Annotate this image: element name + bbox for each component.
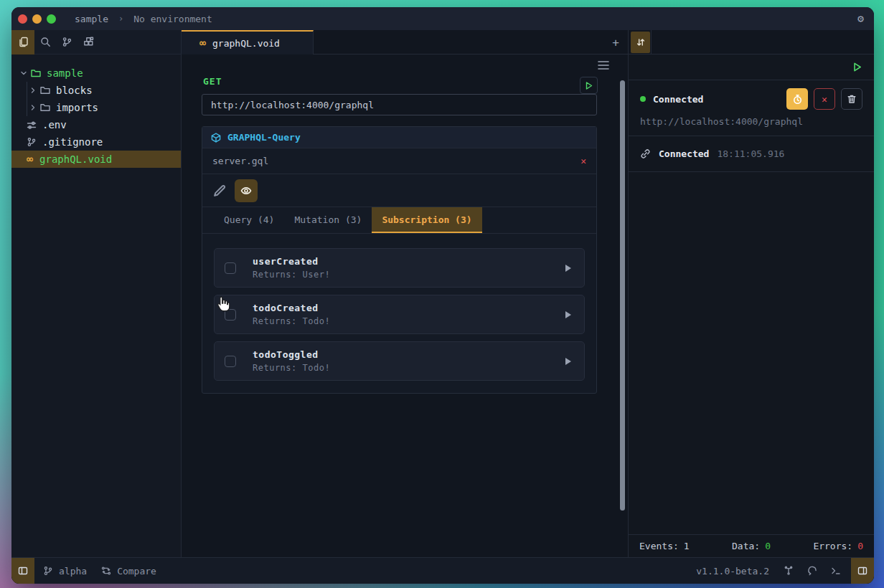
maximize-window-button[interactable] xyxy=(47,14,56,24)
play-icon xyxy=(584,81,593,90)
operation-name: todoCreated xyxy=(253,303,330,313)
chevron-right-icon xyxy=(29,87,37,94)
search-view-button[interactable] xyxy=(34,30,56,54)
tree-item-blocks[interactable]: blocks xyxy=(11,82,181,99)
connection-url: http://localhost:4000/graphql xyxy=(640,116,862,127)
checkbox[interactable] xyxy=(225,262,236,274)
trash-icon xyxy=(847,94,857,104)
event-log-row[interactable]: Connected 18:11:05.916 xyxy=(629,136,874,172)
hamburger-menu-icon[interactable] xyxy=(598,60,609,70)
checkbox[interactable] xyxy=(225,356,236,367)
environment-selector[interactable]: No environment xyxy=(133,14,212,24)
vertical-scrollbar[interactable] xyxy=(620,80,625,511)
request-editor: GET GRAPHQL-Query server.gql ✕ xyxy=(182,54,628,557)
files-icon xyxy=(18,37,29,47)
operation-returns: Returns: User! xyxy=(253,270,330,280)
project-name[interactable]: sample xyxy=(75,14,108,24)
timer-button[interactable] xyxy=(786,88,808,110)
window-controls xyxy=(18,14,56,24)
chat-bubble-icon[interactable] xyxy=(807,566,817,576)
toggle-right-panel-button[interactable] xyxy=(851,558,874,584)
search-icon xyxy=(40,37,51,47)
operation-returns: Returns: Todo! xyxy=(253,316,330,326)
tree-item-env[interactable]: .env xyxy=(11,116,181,133)
stopwatch-icon xyxy=(792,94,803,105)
operation-row-todoCreated[interactable]: todoCreated Returns: Todo! xyxy=(214,295,585,334)
tab-query[interactable]: Query (4) xyxy=(214,207,284,233)
preview-toggle-button[interactable] xyxy=(235,179,258,202)
block-title: GRAPHQL-Query xyxy=(227,132,301,143)
tab-subscription[interactable]: Subscription (3) xyxy=(372,207,481,233)
tab-label: graphQL.void xyxy=(212,38,280,49)
run-play-icon[interactable] xyxy=(852,62,862,72)
response-panel-header xyxy=(629,54,874,80)
operation-tabs: Query (4) Mutation (3) Subscription (3) xyxy=(202,207,596,234)
blocks-grid-icon xyxy=(83,37,94,47)
run-operation-icon[interactable] xyxy=(565,265,571,272)
tab-graphql-void[interactable]: ∞ graphQL.void xyxy=(182,30,314,54)
errors-value: 0 xyxy=(857,541,863,551)
git-view-button[interactable] xyxy=(56,30,77,54)
tree-item-gitignore[interactable]: .gitignore xyxy=(11,133,181,151)
git-branch-icon xyxy=(43,566,53,576)
url-input[interactable] xyxy=(202,95,596,115)
schema-file-name[interactable]: server.gql xyxy=(212,156,268,166)
tree-indent-guide xyxy=(27,82,27,116)
tree-item-graphql-void[interactable]: ∞ graphQL.void xyxy=(11,151,181,168)
chevron-down-icon xyxy=(20,70,27,77)
blocks-view-button[interactable] xyxy=(77,30,99,54)
status-dot xyxy=(640,96,646,102)
response-panel: Connected ✕ xyxy=(628,54,874,557)
tree-item-imports[interactable]: imports xyxy=(11,99,181,116)
events-value: 1 xyxy=(684,541,690,551)
sort-arrows-icon xyxy=(636,37,646,47)
event-label: Connected xyxy=(659,148,709,159)
run-operation-icon[interactable] xyxy=(565,358,571,365)
block-header[interactable]: GRAPHQL-Query xyxy=(202,127,596,148)
schema-file-row: server.gql ✕ xyxy=(202,148,596,174)
settings-gear-icon[interactable]: ⚙ xyxy=(857,14,864,24)
toggle-left-panel-button[interactable] xyxy=(11,558,34,584)
checkbox[interactable] xyxy=(225,309,236,321)
operation-row-userCreated[interactable]: userCreated Returns: User! xyxy=(214,248,585,288)
operation-list: userCreated Returns: User! todoCreated R… xyxy=(202,234,596,381)
disconnect-button[interactable]: ✕ xyxy=(814,88,835,110)
tree-item-label: blocks xyxy=(56,85,93,96)
run-operation-icon[interactable] xyxy=(565,311,571,318)
close-window-button[interactable] xyxy=(18,14,27,24)
operation-returns: Returns: Todo! xyxy=(253,363,330,373)
compare-label: Compare xyxy=(117,566,156,577)
tab-mutation[interactable]: Mutation (3) xyxy=(284,207,372,233)
chevron-right-icon xyxy=(29,104,37,111)
file-explorer: sample blocks imports .env .gitignore xyxy=(11,54,182,557)
remove-file-icon[interactable]: ✕ xyxy=(580,156,586,166)
tree-item-label: imports xyxy=(56,102,98,113)
tree-item-label: graphQL.void xyxy=(39,153,112,165)
compare-button[interactable]: Compare xyxy=(101,566,156,577)
feedback-fork-icon[interactable] xyxy=(784,566,794,576)
activity-bar xyxy=(11,30,182,54)
infinity-icon: ∞ xyxy=(199,38,206,49)
terminal-icon[interactable] xyxy=(831,566,841,576)
edit-view-toggle xyxy=(202,174,596,207)
http-method-label[interactable]: GET xyxy=(203,76,222,87)
panel-left-icon xyxy=(18,566,28,576)
app-window: sample › No environment ⚙ xyxy=(11,7,874,584)
operation-name: userCreated xyxy=(253,256,330,267)
sort-order-button[interactable] xyxy=(631,32,650,53)
app-version: v1.1.0-beta.2 xyxy=(696,566,769,577)
files-view-button[interactable] xyxy=(11,30,34,54)
connection-status: Connected xyxy=(653,94,703,105)
minimize-window-button[interactable] xyxy=(32,14,42,24)
send-request-button[interactable] xyxy=(580,77,598,94)
pencil-icon[interactable] xyxy=(212,184,227,198)
title-bar: sample › No environment ⚙ xyxy=(11,7,874,30)
operation-row-todoToggled[interactable]: todoToggled Returns: Todo! xyxy=(214,341,585,381)
connection-block: Connected ✕ xyxy=(629,80,874,136)
folder-icon xyxy=(40,103,50,112)
url-input-wrapper xyxy=(202,94,597,115)
new-tab-button[interactable]: + xyxy=(606,30,625,54)
clear-events-button[interactable] xyxy=(841,88,862,110)
git-branch-status[interactable]: alpha xyxy=(43,566,87,577)
tree-item-sample[interactable]: sample xyxy=(11,65,181,82)
